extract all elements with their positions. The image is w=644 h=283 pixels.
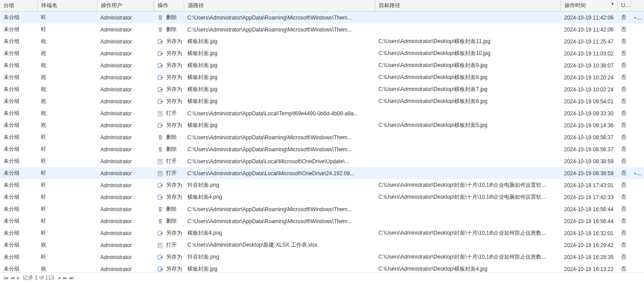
operation-label: 删除 xyxy=(166,26,177,33)
cell-source: C:\Users\Administrator\AppData\Roaming\M… xyxy=(184,12,375,24)
cell-time: 2024-10-19 11:42:06 xyxy=(561,12,617,24)
table-row[interactable]: 未分组祝Administrator另存为横板封面.jpgC:\Users\Adm… xyxy=(0,35,644,47)
pager-bar: |◂◂ ◂◂ ◂ 记录 1 of 113 ▸ ▸▸ ▸▸| xyxy=(0,272,644,283)
table-row[interactable]: 未分组旺Administrator另存为抖音封面.pngC:\Users\Adm… xyxy=(0,179,644,191)
table-row[interactable]: 未分组旺Administrator另存为横板封面4.pngC:\Users\Ad… xyxy=(0,227,644,239)
cell-group: 未分组 xyxy=(0,179,37,191)
svg-rect-9 xyxy=(158,171,162,176)
table-row[interactable]: 未分组旺Administrator删除C:\Users\Administrato… xyxy=(0,143,644,155)
cell-target: C:\Users\Administrator\Desktop\封面\十月\10.… xyxy=(375,227,561,239)
cell-udisk: 否 xyxy=(617,95,631,107)
table-row[interactable]: 未分组旺Administrator另存为横板封面4.pngC:\Users\Ad… xyxy=(0,191,644,203)
cell-terminal: 旺 xyxy=(37,215,97,227)
cell-time: 2024-10-18 17:43:01 xyxy=(561,179,617,191)
cell-terminal: 祝 xyxy=(37,263,97,272)
cell-terminal: 祝 xyxy=(37,239,97,251)
pager-fastprev-button[interactable]: ◂◂ xyxy=(10,275,14,281)
table-row[interactable]: 未分组祝Administrator打开C:\Users\Administrato… xyxy=(0,107,644,119)
column-header-group[interactable]: 分组 xyxy=(0,0,37,12)
table-row[interactable]: 未分组祝Administrator另存为横板封面.jpgC:\Users\Adm… xyxy=(0,95,644,107)
column-header-more[interactable] xyxy=(631,0,644,12)
cell-source: C:\Users\Administrator\AppData\Roaming\M… xyxy=(184,143,375,155)
pager-last-button[interactable]: ▸▸| xyxy=(69,275,73,281)
column-header-time[interactable]: 操作时间 xyxy=(561,0,617,12)
row-more-button[interactable]: ••• xyxy=(631,167,644,179)
saveas-icon xyxy=(157,194,163,200)
operation-label: 打开 xyxy=(166,110,177,117)
cell-operation: 删除 xyxy=(154,203,184,215)
table-row[interactable]: 未分组旺Administrator另存为抖音封面.pngC:\Users\Adm… xyxy=(0,251,644,263)
table-row[interactable]: 未分组旺Administrator打开C:\Users\Administrato… xyxy=(0,155,644,167)
column-header-target[interactable]: 目标路径 xyxy=(375,0,561,12)
cell-udisk: 否 xyxy=(617,83,631,95)
cell-source: 横板封面.jpg xyxy=(184,83,375,95)
row-more-button xyxy=(631,71,644,83)
table-row[interactable]: 未分组祝Administrator另存为横板封面.jpgC:\Users\Adm… xyxy=(0,263,644,272)
table-row[interactable]: 未分组旺Administrator删除C:\Users\Administrato… xyxy=(0,203,644,215)
table-row[interactable]: 未分组旺Administrator删除C:\Users\Administrato… xyxy=(0,12,644,24)
row-more-button xyxy=(631,107,644,119)
pager-fastnext-button[interactable]: ▸▸ xyxy=(63,275,67,281)
saveas-icon xyxy=(157,63,163,69)
cell-user: Administrator xyxy=(97,12,154,24)
pager-next-last-group: ▸ ▸▸ ▸▸| xyxy=(59,275,73,281)
operation-label: 删除 xyxy=(166,205,177,213)
cell-time: 2024-10-19 11:42:06 xyxy=(561,24,617,35)
table-row[interactable]: 未分组旺Administrator删除C:\Users\Administrato… xyxy=(0,131,644,143)
cell-target: C:\Users\Administrator\Desktop\封面\十月\10.… xyxy=(375,191,561,203)
table-row[interactable]: 未分组祝Administrator另存为横板封面.jpgC:\Users\Adm… xyxy=(0,47,644,59)
cell-udisk: 否 xyxy=(617,59,631,71)
cell-udisk: 否 xyxy=(617,155,631,167)
cell-operation: 删除 xyxy=(154,12,184,24)
cell-udisk: 否 xyxy=(617,179,631,191)
cell-time: 2024-10-19 11:03:02 xyxy=(561,47,617,59)
cell-target xyxy=(375,107,561,119)
cell-user: Administrator xyxy=(97,251,154,263)
cell-operation: 另存为 xyxy=(154,95,184,107)
pager-first-button[interactable]: |◂◂ xyxy=(4,275,8,281)
delete-icon xyxy=(157,218,163,224)
cell-operation: 删除 xyxy=(154,131,184,143)
log-table-container: 分组终端名操作用户操作源路径目标路径操作时间U盘 未分组旺Administrat… xyxy=(0,0,644,272)
cell-target xyxy=(375,215,561,227)
pager-of-label: of xyxy=(39,275,44,281)
table-row[interactable]: 未分组祝Administrator另存为横板封面.jpgC:\Users\Adm… xyxy=(0,71,644,83)
cell-source: 横板封面.jpg xyxy=(184,71,375,83)
column-header-user[interactable]: 操作用户 xyxy=(97,0,154,12)
column-header-terminal[interactable]: 终端名 xyxy=(37,0,97,12)
cell-user: Administrator xyxy=(97,107,154,119)
cell-group: 未分组 xyxy=(0,71,37,83)
log-table: 分组终端名操作用户操作源路径目标路径操作时间U盘 未分组旺Administrat… xyxy=(0,0,644,272)
column-header-source[interactable]: 源路径 xyxy=(184,0,375,12)
cell-group: 未分组 xyxy=(0,239,37,251)
cell-user: Administrator xyxy=(97,191,154,203)
table-row[interactable]: 未分组祝Administrator另存为横板封面.jpgC:\Users\Adm… xyxy=(0,83,644,95)
cell-udisk: 否 xyxy=(617,24,631,35)
table-row[interactable]: 未分组旺Administrator删除C:\Users\Administrato… xyxy=(0,215,644,227)
cell-time: 2024-10-19 11:25:47 xyxy=(561,35,617,47)
cell-source: 横板封面.jpg xyxy=(184,95,375,107)
table-row[interactable]: 未分组祝Administrator另存为横板封面.jpgC:\Users\Adm… xyxy=(0,119,644,131)
cell-terminal: 旺 xyxy=(37,167,97,179)
cell-terminal: 旺 xyxy=(37,155,97,167)
cell-source: C:\Users\Administrator\AppData\Local\Mic… xyxy=(184,155,375,167)
cell-time: 2024-10-18 17:42:33 xyxy=(561,191,617,203)
table-row[interactable]: 未分组祝Administrator另存为横板封面.jpgC:\Users\Adm… xyxy=(0,59,644,71)
cell-time: 2024-10-19 08:56:37 xyxy=(561,131,617,143)
column-header-udisk[interactable]: U盘 xyxy=(617,0,631,12)
pager-next-button[interactable]: ▸ xyxy=(59,275,60,281)
cell-group: 未分组 xyxy=(0,47,37,59)
row-more-button xyxy=(631,239,644,251)
cell-target xyxy=(375,12,561,24)
table-row[interactable]: 未分组旺Administrator打开C:\Users\Administrato… xyxy=(0,167,644,179)
table-row[interactable]: 未分组旺Administrator删除C:\Users\Administrato… xyxy=(0,24,644,35)
column-header-operation[interactable]: 操作 xyxy=(154,0,184,12)
cell-source: C:\Users\Administrator\AppData\Roaming\M… xyxy=(184,131,375,143)
cell-group: 未分组 xyxy=(0,107,37,119)
cell-time: 2024-10-18 16:13:22 xyxy=(561,263,617,272)
cell-udisk: 否 xyxy=(617,143,631,155)
row-more-button[interactable]: ••• xyxy=(631,12,644,24)
table-row[interactable]: 未分组祝Administrator打开C:\Users\Administrato… xyxy=(0,239,644,251)
pager-prev-button[interactable]: ◂ xyxy=(16,275,18,281)
saveas-icon xyxy=(157,51,163,57)
